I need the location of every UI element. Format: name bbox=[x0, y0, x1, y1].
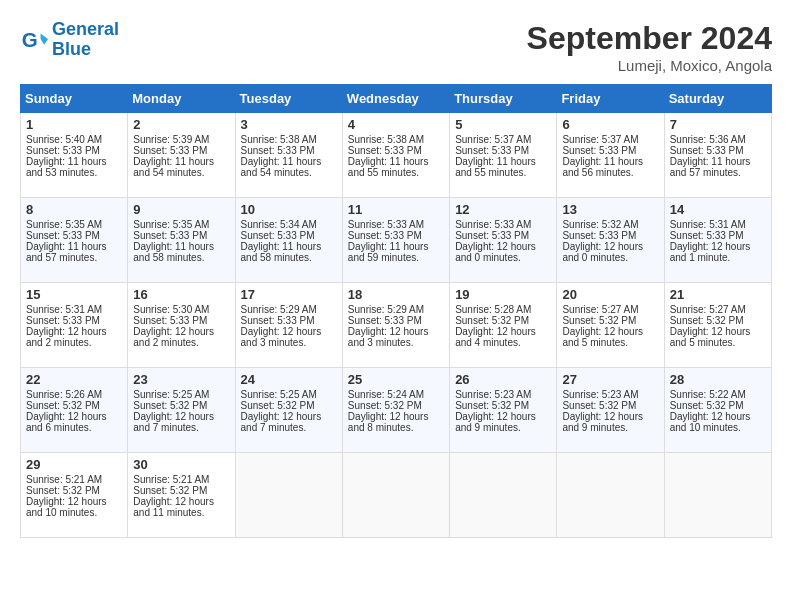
sunset-text: Sunset: 5:33 PM bbox=[241, 315, 337, 326]
sunrise-text: Sunrise: 5:25 AM bbox=[241, 389, 337, 400]
sunrise-text: Sunrise: 5:27 AM bbox=[562, 304, 658, 315]
day-number: 18 bbox=[348, 287, 444, 302]
daylight-text: Daylight: 11 hours and 55 minutes. bbox=[348, 156, 444, 178]
table-row: 6Sunrise: 5:37 AMSunset: 5:33 PMDaylight… bbox=[557, 113, 664, 198]
daylight-text: Daylight: 12 hours and 9 minutes. bbox=[562, 411, 658, 433]
sunrise-text: Sunrise: 5:33 AM bbox=[348, 219, 444, 230]
sunset-text: Sunset: 5:32 PM bbox=[562, 400, 658, 411]
col-saturday: Saturday bbox=[664, 85, 771, 113]
col-wednesday: Wednesday bbox=[342, 85, 449, 113]
sunset-text: Sunset: 5:33 PM bbox=[455, 230, 551, 241]
sunset-text: Sunset: 5:33 PM bbox=[455, 145, 551, 156]
table-row: 8Sunrise: 5:35 AMSunset: 5:33 PMDaylight… bbox=[21, 198, 128, 283]
sunrise-text: Sunrise: 5:26 AM bbox=[26, 389, 122, 400]
table-row: 3Sunrise: 5:38 AMSunset: 5:33 PMDaylight… bbox=[235, 113, 342, 198]
daylight-text: Daylight: 12 hours and 9 minutes. bbox=[455, 411, 551, 433]
sunrise-text: Sunrise: 5:27 AM bbox=[670, 304, 766, 315]
daylight-text: Daylight: 12 hours and 3 minutes. bbox=[241, 326, 337, 348]
sunset-text: Sunset: 5:33 PM bbox=[241, 230, 337, 241]
svg-marker-2 bbox=[41, 39, 48, 45]
sunset-text: Sunset: 5:32 PM bbox=[562, 315, 658, 326]
table-row bbox=[557, 453, 664, 538]
sunrise-text: Sunrise: 5:37 AM bbox=[562, 134, 658, 145]
day-number: 14 bbox=[670, 202, 766, 217]
sunset-text: Sunset: 5:33 PM bbox=[26, 315, 122, 326]
logo-icon: G bbox=[20, 26, 48, 54]
daylight-text: Daylight: 12 hours and 0 minutes. bbox=[562, 241, 658, 263]
table-row: 24Sunrise: 5:25 AMSunset: 5:32 PMDayligh… bbox=[235, 368, 342, 453]
sunrise-text: Sunrise: 5:36 AM bbox=[670, 134, 766, 145]
col-thursday: Thursday bbox=[450, 85, 557, 113]
sunset-text: Sunset: 5:33 PM bbox=[241, 145, 337, 156]
table-row bbox=[450, 453, 557, 538]
sunrise-text: Sunrise: 5:22 AM bbox=[670, 389, 766, 400]
day-number: 17 bbox=[241, 287, 337, 302]
sunrise-text: Sunrise: 5:21 AM bbox=[26, 474, 122, 485]
table-row: 28Sunrise: 5:22 AMSunset: 5:32 PMDayligh… bbox=[664, 368, 771, 453]
sunrise-text: Sunrise: 5:32 AM bbox=[562, 219, 658, 230]
daylight-text: Daylight: 12 hours and 4 minutes. bbox=[455, 326, 551, 348]
day-number: 23 bbox=[133, 372, 229, 387]
day-number: 21 bbox=[670, 287, 766, 302]
table-row: 19Sunrise: 5:28 AMSunset: 5:32 PMDayligh… bbox=[450, 283, 557, 368]
day-number: 13 bbox=[562, 202, 658, 217]
daylight-text: Daylight: 11 hours and 53 minutes. bbox=[26, 156, 122, 178]
day-number: 8 bbox=[26, 202, 122, 217]
table-row: 25Sunrise: 5:24 AMSunset: 5:32 PMDayligh… bbox=[342, 368, 449, 453]
day-number: 5 bbox=[455, 117, 551, 132]
daylight-text: Daylight: 12 hours and 11 minutes. bbox=[133, 496, 229, 518]
daylight-text: Daylight: 12 hours and 1 minute. bbox=[670, 241, 766, 263]
daylight-text: Daylight: 12 hours and 2 minutes. bbox=[26, 326, 122, 348]
table-row: 7Sunrise: 5:36 AMSunset: 5:33 PMDaylight… bbox=[664, 113, 771, 198]
sunrise-text: Sunrise: 5:29 AM bbox=[241, 304, 337, 315]
sunrise-text: Sunrise: 5:28 AM bbox=[455, 304, 551, 315]
table-row: 29Sunrise: 5:21 AMSunset: 5:32 PMDayligh… bbox=[21, 453, 128, 538]
sunrise-text: Sunrise: 5:23 AM bbox=[455, 389, 551, 400]
sunrise-text: Sunrise: 5:39 AM bbox=[133, 134, 229, 145]
sunset-text: Sunset: 5:32 PM bbox=[455, 315, 551, 326]
day-number: 29 bbox=[26, 457, 122, 472]
calendar-week-row: 29Sunrise: 5:21 AMSunset: 5:32 PMDayligh… bbox=[21, 453, 772, 538]
sunrise-text: Sunrise: 5:33 AM bbox=[455, 219, 551, 230]
table-row: 10Sunrise: 5:34 AMSunset: 5:33 PMDayligh… bbox=[235, 198, 342, 283]
table-row bbox=[235, 453, 342, 538]
day-number: 6 bbox=[562, 117, 658, 132]
col-tuesday: Tuesday bbox=[235, 85, 342, 113]
sunset-text: Sunset: 5:32 PM bbox=[241, 400, 337, 411]
sunrise-text: Sunrise: 5:30 AM bbox=[133, 304, 229, 315]
col-friday: Friday bbox=[557, 85, 664, 113]
table-row: 18Sunrise: 5:29 AMSunset: 5:33 PMDayligh… bbox=[342, 283, 449, 368]
col-sunday: Sunday bbox=[21, 85, 128, 113]
day-number: 25 bbox=[348, 372, 444, 387]
sunrise-text: Sunrise: 5:23 AM bbox=[562, 389, 658, 400]
day-number: 16 bbox=[133, 287, 229, 302]
table-row: 20Sunrise: 5:27 AMSunset: 5:32 PMDayligh… bbox=[557, 283, 664, 368]
daylight-text: Daylight: 11 hours and 57 minutes. bbox=[670, 156, 766, 178]
daylight-text: Daylight: 12 hours and 0 minutes. bbox=[455, 241, 551, 263]
day-number: 3 bbox=[241, 117, 337, 132]
calendar-week-row: 1Sunrise: 5:40 AMSunset: 5:33 PMDaylight… bbox=[21, 113, 772, 198]
sunset-text: Sunset: 5:32 PM bbox=[670, 400, 766, 411]
header-row: Sunday Monday Tuesday Wednesday Thursday… bbox=[21, 85, 772, 113]
table-row: 13Sunrise: 5:32 AMSunset: 5:33 PMDayligh… bbox=[557, 198, 664, 283]
sunrise-text: Sunrise: 5:31 AM bbox=[26, 304, 122, 315]
day-number: 2 bbox=[133, 117, 229, 132]
sunrise-text: Sunrise: 5:38 AM bbox=[241, 134, 337, 145]
sunset-text: Sunset: 5:33 PM bbox=[670, 230, 766, 241]
day-number: 27 bbox=[562, 372, 658, 387]
table-row: 17Sunrise: 5:29 AMSunset: 5:33 PMDayligh… bbox=[235, 283, 342, 368]
sunrise-text: Sunrise: 5:38 AM bbox=[348, 134, 444, 145]
day-number: 7 bbox=[670, 117, 766, 132]
day-number: 11 bbox=[348, 202, 444, 217]
day-number: 30 bbox=[133, 457, 229, 472]
calendar-week-row: 22Sunrise: 5:26 AMSunset: 5:32 PMDayligh… bbox=[21, 368, 772, 453]
table-row: 1Sunrise: 5:40 AMSunset: 5:33 PMDaylight… bbox=[21, 113, 128, 198]
daylight-text: Daylight: 12 hours and 2 minutes. bbox=[133, 326, 229, 348]
sunrise-text: Sunrise: 5:35 AM bbox=[26, 219, 122, 230]
day-number: 20 bbox=[562, 287, 658, 302]
table-row: 9Sunrise: 5:35 AMSunset: 5:33 PMDaylight… bbox=[128, 198, 235, 283]
svg-text:G: G bbox=[22, 27, 38, 50]
daylight-text: Daylight: 12 hours and 10 minutes. bbox=[670, 411, 766, 433]
table-row: 5Sunrise: 5:37 AMSunset: 5:33 PMDaylight… bbox=[450, 113, 557, 198]
sunset-text: Sunset: 5:33 PM bbox=[348, 145, 444, 156]
